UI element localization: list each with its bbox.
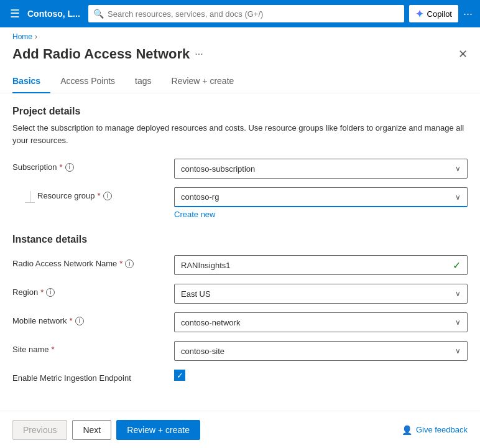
- breadcrumb: Home ›: [0, 27, 480, 44]
- ran-name-label: Radio Access Network Name * i: [12, 255, 174, 268]
- site-name-value: contoso-site: [181, 347, 224, 356]
- ran-name-row: Radio Access Network Name * i RANInsight…: [12, 255, 468, 275]
- subscription-value: contoso-subscription: [181, 164, 255, 174]
- breadcrumb-home[interactable]: Home: [12, 32, 32, 41]
- region-label: Region * i: [12, 284, 174, 297]
- ran-name-dropdown[interactable]: RANInsights1 ✓: [174, 255, 468, 275]
- tab-review-create[interactable]: Review + create: [162, 70, 244, 93]
- ran-name-value: RANInsights1: [181, 261, 230, 270]
- tab-basics[interactable]: Basics: [12, 70, 50, 93]
- region-required: *: [40, 287, 44, 297]
- topbar: ☰ Contoso, L... 🔍 ✦ Copilot ···: [0, 0, 480, 27]
- mobile-network-dropdown[interactable]: contoso-network ∨: [174, 312, 468, 332]
- subscription-info-icon[interactable]: i: [65, 163, 74, 172]
- ran-name-info-icon[interactable]: i: [125, 259, 134, 268]
- mobile-network-required: *: [69, 316, 72, 325]
- subscription-chevron-icon: ∨: [455, 164, 461, 173]
- project-details-description: Select the subscription to manage deploy…: [12, 122, 468, 146]
- site-name-chevron-icon: ∨: [455, 347, 461, 355]
- endpoint-control: ✓: [174, 370, 468, 381]
- portal-title: Contoso, L...: [27, 9, 83, 19]
- tabs-bar: Basics Access Points tags Review + creat…: [0, 70, 480, 93]
- mobile-network-row: Mobile network * i contoso-network ∨: [12, 312, 468, 332]
- ran-name-check-icon: ✓: [453, 259, 461, 271]
- previous-button[interactable]: Previous: [12, 420, 67, 440]
- page-title: Add Radio Access Network: [12, 46, 190, 62]
- resource-group-info-icon[interactable]: i: [103, 192, 112, 200]
- site-name-dropdown[interactable]: contoso-site ∨: [174, 341, 468, 361]
- endpoint-checkbox[interactable]: ✓: [174, 370, 185, 381]
- main-content: Project details Select the subscription …: [0, 93, 480, 411]
- resource-group-control: contoso-rg ∨ Create new: [174, 187, 468, 219]
- project-details-section: Project details Select the subscription …: [12, 106, 468, 219]
- feedback-link[interactable]: 👤 Give feedback: [402, 425, 468, 435]
- region-chevron-icon: ∨: [455, 289, 461, 298]
- region-value: East US: [181, 289, 211, 299]
- next-button[interactable]: Next: [72, 420, 111, 440]
- ran-name-required: *: [119, 259, 122, 268]
- instance-details-section: Instance details Radio Access Network Na…: [12, 234, 468, 383]
- rg-indent: [12, 187, 37, 203]
- topbar-more-icon[interactable]: ···: [463, 7, 473, 21]
- site-name-required: *: [52, 345, 55, 354]
- topbar-actions: ✦ Copilot ···: [409, 5, 473, 22]
- tab-tags[interactable]: tags: [125, 70, 161, 93]
- search-bar[interactable]: 🔍: [88, 5, 404, 22]
- copilot-label: Copilot: [427, 9, 452, 19]
- create-new-link[interactable]: Create new: [174, 210, 215, 219]
- breadcrumb-separator: ›: [35, 32, 37, 41]
- copilot-icon: ✦: [415, 8, 423, 20]
- mobile-network-control: contoso-network ∨: [174, 312, 468, 332]
- page-title-row: Add Radio Access Network ···: [12, 46, 203, 62]
- resource-group-label: Resource group * i: [37, 187, 174, 200]
- ran-name-control: RANInsights1 ✓: [174, 255, 468, 275]
- resource-group-required: *: [98, 191, 101, 200]
- endpoint-row: Enable Metric Ingestion Endpoint ✓: [12, 370, 468, 383]
- endpoint-label: Enable Metric Ingestion Endpoint: [12, 370, 174, 383]
- endpoint-check-icon: ✓: [177, 371, 183, 380]
- feedback-label: Give feedback: [416, 425, 468, 434]
- page-more-icon[interactable]: ···: [195, 49, 203, 60]
- subscription-row: Subscription * i contoso-subscription ∨: [12, 159, 468, 179]
- mobile-network-chevron-icon: ∨: [455, 318, 461, 327]
- site-name-control: contoso-site ∨: [174, 341, 468, 361]
- feedback-icon: 👤: [402, 425, 412, 435]
- subscription-dropdown[interactable]: contoso-subscription ∨: [174, 159, 468, 179]
- review-create-button[interactable]: Review + create: [116, 420, 200, 440]
- mobile-network-info-icon[interactable]: i: [75, 317, 84, 325]
- site-name-label: Site name *: [12, 341, 174, 354]
- mobile-network-label: Mobile network * i: [12, 312, 174, 325]
- tab-access-points[interactable]: Access Points: [50, 70, 125, 93]
- close-button[interactable]: ✕: [458, 47, 468, 61]
- page-header: Add Radio Access Network ··· ✕: [0, 44, 480, 70]
- instance-details-title: Instance details: [12, 234, 468, 245]
- resource-group-chevron-icon: ∨: [455, 193, 461, 202]
- subscription-required: *: [60, 162, 63, 172]
- region-info-icon[interactable]: i: [46, 288, 55, 297]
- hamburger-icon[interactable]: ☰: [7, 4, 22, 23]
- region-row: Region * i East US ∨: [12, 284, 468, 304]
- region-dropdown[interactable]: East US ∨: [174, 284, 468, 304]
- resource-group-row: Resource group * i contoso-rg ∨ Create n…: [12, 187, 468, 219]
- search-input[interactable]: [108, 9, 399, 19]
- resource-group-dropdown[interactable]: contoso-rg ∨: [174, 187, 468, 207]
- mobile-network-value: contoso-network: [181, 318, 240, 327]
- project-details-title: Project details: [12, 106, 468, 117]
- copilot-button[interactable]: ✦ Copilot: [409, 5, 458, 22]
- region-control: East US ∨: [174, 284, 468, 304]
- site-name-row: Site name * contoso-site ∨: [12, 341, 468, 361]
- resource-group-value: contoso-rg: [181, 192, 219, 202]
- subscription-control: contoso-subscription ∨: [174, 159, 468, 179]
- search-icon: 🔍: [93, 9, 104, 19]
- subscription-label: Subscription * i: [12, 159, 174, 172]
- footer: Previous Next Review + create 👤 Give fee…: [0, 411, 480, 448]
